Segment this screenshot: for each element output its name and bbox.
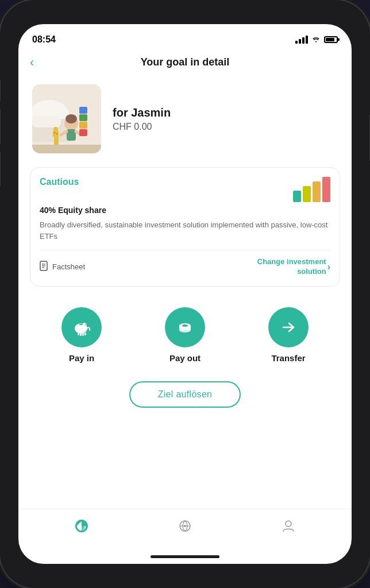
risk-bar-3	[313, 181, 321, 202]
arrow-right-icon	[279, 318, 298, 337]
risk-bar-1	[293, 191, 301, 202]
goal-image	[32, 84, 101, 153]
back-button[interactable]: ‹	[30, 55, 34, 70]
factsheet-link[interactable]: Factsheet	[40, 261, 85, 273]
svg-point-40	[184, 525, 186, 527]
phone-screen: 08:54 ‹	[18, 24, 352, 564]
svg-point-5	[65, 114, 77, 123]
investment-type: Cautious	[40, 177, 79, 187]
document-icon	[40, 261, 49, 273]
svg-point-37	[182, 324, 188, 327]
status-bar: 08:54	[18, 24, 352, 49]
transfer-action[interactable]: Transfer	[268, 307, 309, 363]
investment-description: Broadly diversified, sustainable investm…	[40, 219, 330, 242]
status-time: 08:54	[32, 34, 56, 45]
risk-bars	[293, 177, 330, 202]
pay-out-circle	[165, 307, 205, 347]
goal-image-svg	[32, 84, 101, 153]
profile-icon	[281, 519, 296, 537]
pay-out-action[interactable]: Pay out	[165, 307, 205, 363]
page-header: ‹ Your goal in detail	[18, 49, 352, 75]
home-indicator	[151, 555, 219, 558]
svg-rect-3	[32, 116, 61, 127]
bottom-nav	[18, 509, 352, 552]
svg-point-43	[286, 521, 291, 527]
battery-icon	[324, 36, 338, 43]
pay-in-label: Pay in	[69, 353, 94, 363]
svg-point-15	[53, 127, 58, 131]
goal-card: for Jasmin CHF 0.00	[18, 75, 352, 163]
piggy-bank-icon	[72, 318, 91, 337]
chevron-right-icon: ›	[327, 262, 330, 272]
svg-point-31	[83, 323, 86, 325]
spacer	[18, 419, 352, 509]
signal-bars-icon	[295, 36, 308, 44]
transfer-circle	[268, 307, 309, 347]
svg-point-17	[56, 133, 58, 135]
status-icons	[295, 36, 338, 44]
goal-info: for Jasmin CHF 0.00	[113, 106, 171, 132]
investment-equity: 40% Equity share	[40, 206, 330, 215]
notch	[145, 0, 225, 16]
investment-card: Cautious 40% Equity share Broadly divers…	[30, 167, 340, 287]
pay-in-circle	[61, 307, 102, 347]
transfer-label: Transfer	[271, 353, 305, 363]
app-content: ‹ Your goal in detail	[18, 49, 352, 564]
risk-bar-4	[322, 177, 330, 202]
svg-rect-29	[82, 333, 84, 336]
page-title: Your goal in detail	[141, 56, 230, 68]
factsheet-label: Factsheet	[52, 262, 85, 271]
nav-explore[interactable]	[166, 515, 204, 540]
actions-section: Pay in	[18, 291, 352, 372]
risk-bar-2	[303, 186, 311, 202]
svg-rect-12	[79, 107, 87, 114]
investment-footer: Factsheet Change investment solution ›	[40, 250, 330, 277]
goal-name: for Jasmin	[113, 106, 171, 119]
svg-rect-30	[84, 332, 86, 335]
dissolve-section: Ziel auflösen	[18, 372, 352, 419]
investment-header: Cautious	[40, 177, 330, 202]
change-solution-label: Change investment solution	[246, 257, 326, 277]
coins-icon	[175, 318, 195, 337]
pay-in-action[interactable]: Pay in	[61, 307, 102, 363]
portfolio-icon	[74, 519, 89, 537]
svg-rect-10	[79, 122, 87, 129]
explore-icon	[178, 519, 192, 537]
svg-rect-18	[32, 145, 101, 153]
dissolve-button[interactable]: Ziel auflösen	[129, 381, 241, 408]
phone-frame: 08:54 ‹	[0, 0, 370, 588]
goal-amount: CHF 0.00	[113, 122, 171, 132]
wifi-icon	[311, 36, 321, 44]
change-investment-solution-button[interactable]: Change investment solution ›	[246, 257, 330, 277]
svg-rect-6	[67, 129, 76, 141]
pay-out-label: Pay out	[169, 353, 201, 363]
svg-point-16	[54, 132, 56, 134]
nav-profile[interactable]	[269, 515, 307, 540]
svg-rect-11	[79, 114, 87, 121]
svg-rect-27	[78, 332, 79, 335]
svg-rect-25	[79, 324, 83, 325]
svg-rect-9	[79, 129, 87, 136]
nav-portfolio[interactable]	[63, 515, 101, 540]
svg-rect-28	[80, 333, 82, 336]
